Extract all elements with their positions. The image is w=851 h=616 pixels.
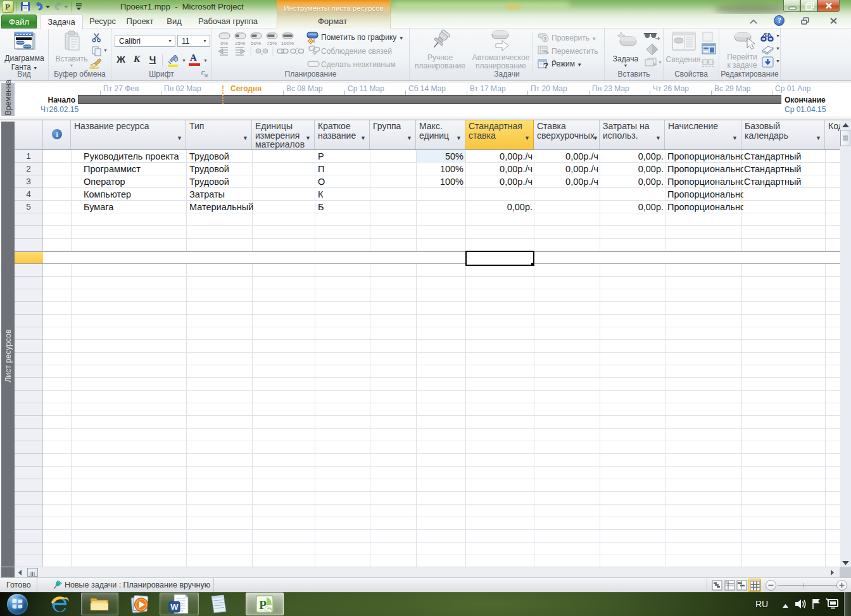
svg-text:?: ? — [543, 61, 548, 70]
svg-text:?: ? — [543, 36, 547, 42]
svg-text:W: W — [170, 602, 179, 612]
